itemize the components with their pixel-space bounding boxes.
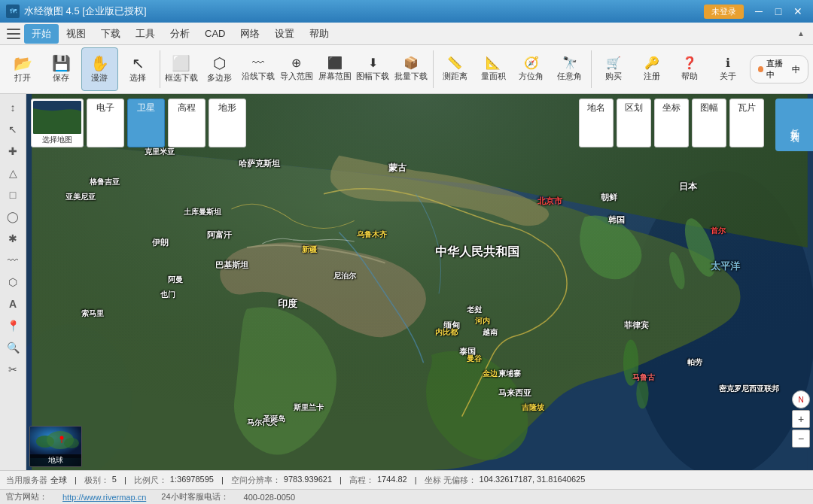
- tool-rect-download[interactable]: ⬜ 框选下载: [163, 47, 200, 91]
- website-link[interactable]: http://www.rivermap.cn: [62, 493, 146, 502]
- tool-bearing[interactable]: 🧭 方位角: [513, 47, 550, 91]
- filter-tiles[interactable]: 瓦片: [729, 99, 764, 147]
- sidebar-tool-zoom[interactable]: 🔍: [2, 337, 23, 358]
- main-area: ↕ ↖ ✚ △ □ ◯ ✱ 〰 ⬡ A 📍 🔍 ✂: [0, 94, 813, 470]
- maximize-button[interactable]: □: [769, 4, 787, 19]
- menu-help[interactable]: 帮助: [302, 24, 336, 44]
- tool-rect-label: 框选下载: [165, 72, 198, 83]
- menu-view[interactable]: 视图: [59, 24, 93, 44]
- title-left: 🗺 水经微图 4.5 [企业版已授权]: [6, 5, 147, 18]
- tool-select[interactable]: ↖ 选择: [120, 47, 157, 91]
- tool-line-label: 沿线下载: [242, 71, 275, 82]
- tile-icon: ⬇: [368, 57, 378, 69]
- tool-register-label: 注册: [644, 71, 660, 82]
- toolbar: 📂 打开 💾 保存 ✋ 漫游 ↖ 选择 ⬜ 框选下载 ⬡ 多边形 〰 沿线下载 …: [0, 45, 813, 94]
- live-suffix: 中: [792, 64, 800, 75]
- menu-network[interactable]: 网络: [233, 24, 267, 44]
- window-controls: ─ □ ✕: [750, 4, 807, 19]
- pan-icon: ✋: [90, 56, 109, 71]
- area-icon: 📐: [486, 57, 501, 69]
- tool-batch-download[interactable]: 📦 批量下载: [393, 47, 430, 91]
- minimize-button[interactable]: ─: [750, 4, 768, 19]
- coords-status: 坐标 无偏移： 104.32617187, 31.81640625: [425, 475, 586, 486]
- register-icon: 🔑: [644, 57, 659, 69]
- filter-tile-range[interactable]: 图幅: [692, 99, 726, 147]
- tool-import-range[interactable]: ⊕ 导入范围: [278, 47, 315, 91]
- svg-rect-8: [32, 94, 808, 470]
- tool-buy-label: 购买: [605, 71, 622, 82]
- source-electronic[interactable]: 电子: [87, 99, 124, 147]
- sidebar-tool-pin[interactable]: 📍: [2, 315, 23, 336]
- sidebar-tool-arrows[interactable]: ↕: [2, 97, 23, 118]
- tool-about[interactable]: ℹ 关于: [710, 47, 747, 91]
- sidebar-tool-line[interactable]: 〰: [2, 250, 23, 271]
- task-panel-button[interactable]: 任务列表: [775, 99, 813, 151]
- tool-polygon[interactable]: ⬡ 多边形: [201, 47, 238, 91]
- login-button[interactable]: 未登录: [704, 5, 744, 19]
- rect-download-icon: ⬜: [172, 56, 190, 71]
- live-button[interactable]: 直播中 中: [750, 55, 808, 83]
- menu-toggle[interactable]: [3, 25, 24, 43]
- map-area[interactable]: 选择地图 电子 卫星 高程 地形 地名 区划 坐标 图幅 瓦片 任务列表 中华人…: [26, 94, 813, 470]
- menu-analysis[interactable]: 分析: [163, 24, 197, 44]
- source-elevation[interactable]: 高程: [168, 99, 206, 147]
- help-icon: ❓: [682, 57, 697, 69]
- tool-help[interactable]: ❓ 帮助: [671, 47, 708, 91]
- bearing-icon: 🧭: [524, 57, 539, 69]
- select-icon: ↖: [132, 56, 145, 71]
- zoom-out-button[interactable]: −: [792, 430, 810, 448]
- tool-measure-area[interactable]: 📐 量面积: [475, 47, 512, 91]
- tool-import-label: 导入范围: [280, 71, 313, 82]
- sidebar-tool-star[interactable]: ✱: [2, 228, 23, 249]
- menu-bar: 开始 视图 下载 工具 分析 CAD 网络 设置 帮助 ▲: [0, 23, 813, 45]
- compass-icon[interactable]: N: [792, 390, 810, 408]
- menu-settings[interactable]: 设置: [267, 24, 302, 44]
- sidebar-tool-polygon[interactable]: ⬡: [2, 272, 23, 293]
- open-icon: 📂: [14, 56, 32, 71]
- task-panel-label: 任务列表: [788, 122, 801, 128]
- tool-measure-distance[interactable]: 📏 测距离: [437, 47, 473, 91]
- filter-coords[interactable]: 坐标: [654, 99, 689, 147]
- tool-screen-range[interactable]: ⬛ 屏幕范围: [316, 47, 353, 91]
- menu-tools[interactable]: 工具: [128, 24, 163, 44]
- sidebar-tool-add[interactable]: ✚: [2, 141, 23, 162]
- tool-buy[interactable]: 🛒 购买: [595, 47, 632, 91]
- source-satellite[interactable]: 卫星: [127, 99, 165, 147]
- separator-2: [433, 50, 434, 88]
- about-icon: ℹ: [726, 57, 730, 69]
- level-status: 极别： 5: [84, 475, 117, 486]
- source-terrain[interactable]: 地形: [209, 99, 246, 147]
- sidebar-tool-circle[interactable]: ◯: [2, 206, 23, 227]
- sidebar-tool-rect[interactable]: □: [2, 184, 23, 205]
- sidebar-tool-select[interactable]: ↖: [2, 119, 23, 140]
- tool-save[interactable]: 💾 保存: [43, 47, 80, 91]
- menu-cad[interactable]: CAD: [197, 25, 233, 42]
- server-status: 当用服务器 全球: [6, 475, 67, 486]
- tool-pan[interactable]: ✋ 漫游: [81, 47, 118, 91]
- website-label: 官方网站：: [6, 491, 47, 502]
- sidebar-tool-cut[interactable]: ✂: [2, 359, 23, 380]
- tool-line-download[interactable]: 〰 沿线下载: [239, 47, 276, 91]
- mini-globe: 地球: [29, 426, 82, 467]
- tool-angle[interactable]: 🔭 任意角: [551, 47, 588, 91]
- tool-register[interactable]: 🔑 注册: [633, 47, 670, 91]
- close-button[interactable]: ✕: [789, 4, 807, 19]
- sidebar-tool-triangle[interactable]: △: [2, 162, 23, 184]
- tool-tile-download[interactable]: ⬇ 图幅下载: [355, 47, 391, 91]
- map-background: [26, 94, 813, 470]
- line-icon: 〰: [252, 57, 264, 69]
- filter-placename[interactable]: 地名: [579, 99, 614, 147]
- tool-distance-label: 测距离: [443, 71, 467, 82]
- sidebar-tool-text[interactable]: A: [2, 293, 23, 314]
- buy-icon: 🛒: [606, 57, 621, 69]
- collapse-button[interactable]: ▲: [792, 26, 810, 41]
- elevation-label: 高程：: [349, 475, 374, 486]
- zoom-in-button[interactable]: +: [792, 410, 810, 428]
- screen-icon: ⬛: [327, 57, 343, 69]
- filter-district[interactable]: 区划: [617, 99, 651, 147]
- tool-open[interactable]: 📂 打开: [5, 47, 41, 91]
- tool-select-label: 选择: [129, 72, 146, 83]
- menu-download[interactable]: 下载: [93, 24, 128, 44]
- menu-start[interactable]: 开始: [24, 24, 59, 44]
- service-phone: 400-028-0050: [244, 493, 296, 502]
